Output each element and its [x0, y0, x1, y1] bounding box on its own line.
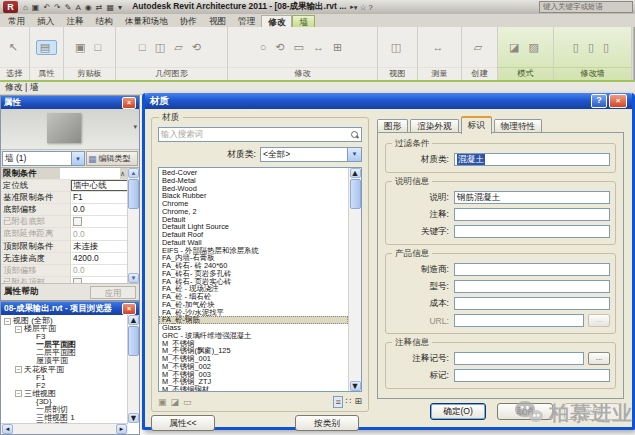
tree-item[interactable]: − 三维视图: [3, 390, 127, 398]
property-row[interactable]: 顶部限制条件 未连接: [1, 241, 128, 253]
tree-item[interactable]: F2: [3, 382, 127, 390]
ribbon-panel[interactable]: ↖ 选择: [0, 27, 30, 80]
property-row[interactable]: 定位线 墙中心线: [1, 180, 128, 192]
tree-item[interactable]: 屋顶平面: [3, 357, 127, 365]
tool-icon[interactable]: ◪ ▨: [509, 41, 542, 54]
property-row[interactable]: 基准限制条件 F1: [1, 192, 128, 204]
field-input[interactable]: [454, 225, 610, 238]
qat-icon[interactable]: ↷: [52, 1, 63, 14]
material-item[interactable]: FA_砼-沙/水泥找平: [159, 309, 348, 317]
scroll-left-icon[interactable]: ◄: [2, 424, 13, 434]
tool-icon[interactable]: ▯ ▯ ▯: [573, 41, 612, 54]
field-input[interactable]: [454, 314, 584, 327]
cancel-button[interactable]: 取消: [497, 403, 553, 420]
material-item[interactable]: FA_砖石- 页岩多孔砖: [159, 270, 348, 278]
property-value[interactable]: 0.0: [71, 265, 128, 276]
properties-toggle-button[interactable]: 属性<<: [151, 415, 215, 431]
material-item[interactable]: Bed-Cover: [159, 169, 348, 177]
ribbon-panel-icons[interactable]: ▣ □: [64, 27, 115, 67]
material-item[interactable]: FA_砖石- 砖 240*60: [159, 262, 348, 270]
property-row[interactable]: 已附着顶部: [1, 277, 128, 283]
tool-icon[interactable]: ▤: [36, 40, 57, 55]
tree-item[interactable]: − 视图 (全部): [3, 317, 127, 325]
qat-icon[interactable]: A: [74, 1, 83, 14]
ribbon-panel[interactable]: ▤ 属性: [30, 27, 64, 80]
property-value[interactable]: 4200.0: [71, 253, 128, 264]
field-input[interactable]: 混凝土: [454, 153, 610, 166]
ribbon-tab[interactable]: 常用: [2, 15, 31, 27]
qat-icon[interactable]: ⌂: [21, 1, 30, 14]
material-item[interactable]: M_不锈钢_002: [159, 363, 348, 371]
material-item[interactable]: Default: [159, 216, 348, 224]
ribbon-panel-icons[interactable]: ○ ⟲ ▭ ↔ ⊞: [228, 27, 377, 67]
close-icon[interactable]: ×: [122, 303, 136, 315]
material-item[interactable]: Glass: [159, 324, 348, 332]
qat-icon[interactable]: ✎: [63, 1, 74, 14]
material-item[interactable]: FA_砼-加气砼块: [159, 301, 348, 309]
scroll-down-icon[interactable]: ▼: [128, 273, 139, 283]
material-item[interactable]: M_不锈钢_003: [159, 371, 348, 379]
dialog-titlebar[interactable]: 材质 ? ×: [145, 93, 632, 109]
close-icon[interactable]: ×: [609, 94, 627, 108]
field-input[interactable]: [454, 297, 610, 310]
material-item[interactable]: FA_砼 - 现场浇注: [159, 285, 348, 293]
material-item[interactable]: M_不锈钢_ZTJ: [159, 378, 348, 386]
ribbon-panel[interactable]: ↔ 测量: [418, 27, 462, 80]
properties-scrollbar[interactable]: ▲ ▼: [127, 168, 139, 283]
scrollbar-thumb[interactable]: [350, 179, 361, 209]
ribbon-panel-icons[interactable]: ↔: [418, 27, 461, 67]
ribbon-panel-icons[interactable]: ◪ ▨: [498, 27, 553, 67]
tool-icon[interactable]: ▱: [474, 41, 485, 54]
project-browser-titlebar[interactable]: 08-成果输出.rvt - 项目浏览器 ×: [1, 302, 139, 315]
chevron-down-icon[interactable]: ▼: [71, 152, 84, 165]
close-icon[interactable]: ×: [122, 97, 136, 109]
field-input[interactable]: [454, 280, 610, 293]
material-item[interactable]: Default Roof: [159, 231, 348, 239]
qat-icon[interactable]: ▣: [30, 1, 42, 14]
qat-icon[interactable]: ↶: [41, 1, 52, 14]
tree-expand-icon[interactable]: −: [4, 318, 11, 325]
ribbon-panel[interactable]: ◪ ▨ 模式: [498, 27, 554, 80]
scroll-right-icon[interactable]: ►: [116, 424, 127, 434]
ok-button[interactable]: 确定(O): [430, 403, 486, 420]
tree-expand-icon[interactable]: −: [15, 326, 22, 333]
material-item[interactable]: Default Light Source: [159, 223, 348, 231]
property-row[interactable]: 无连接高度 4200.0: [1, 253, 128, 265]
property-row[interactable]: 限制条件 ∧: [1, 168, 128, 180]
ribbon-tab[interactable]: 修改: [261, 15, 292, 27]
dialog-tab[interactable]: 图形: [377, 119, 408, 133]
ribbon-panel-icons[interactable]: ◫: [378, 27, 417, 67]
dialog-tab[interactable]: 渲染外观: [410, 119, 458, 133]
qat-icon[interactable]: ▦: [105, 1, 117, 14]
field-input[interactable]: [454, 369, 610, 382]
tree-item[interactable]: − 楼层平面: [3, 325, 127, 333]
chevron-down-icon[interactable]: ▾: [133, 123, 137, 131]
ribbon-tab[interactable]: 协作: [174, 15, 203, 27]
ribbon-panel-icons[interactable]: ▤: [30, 27, 63, 67]
search-icon[interactable]: [350, 130, 359, 139]
tool-icon[interactable]: ↖: [8, 41, 20, 54]
material-item[interactable]: Default Wall: [159, 239, 348, 247]
apply-button[interactable]: 应用: [90, 286, 136, 299]
property-value[interactable]: 0.0: [71, 228, 128, 239]
dialog-tab[interactable]: 标识: [461, 116, 492, 134]
duplicate-icon[interactable]: ▣: [158, 397, 167, 407]
tree-expand-icon[interactable]: −: [15, 366, 22, 373]
material-item[interactable]: FA_砼-钢筋: [159, 316, 348, 324]
tree-item[interactable]: F1: [3, 374, 127, 382]
property-row[interactable]: 顶部偏移 0.0: [1, 265, 128, 277]
browse-button[interactable]: ...: [588, 352, 610, 365]
scroll-up-icon[interactable]: ▲: [128, 315, 139, 325]
revit-logo-icon[interactable]: R: [3, 1, 18, 13]
checkbox[interactable]: [73, 217, 82, 226]
property-row[interactable]: 底部延伸距离 0.0: [1, 228, 128, 240]
ribbon-panel[interactable]: □ ◫ ▱ ⟲ 几何图形: [116, 27, 228, 80]
ribbon-panel-icons[interactable]: ↖: [0, 27, 29, 67]
infocenter-icons[interactable]: ▾ ☆ ?: [354, 3, 373, 12]
properties-titlebar[interactable]: 属性 ×: [1, 96, 139, 109]
material-item[interactable]: Chrome, 2: [159, 208, 348, 216]
material-list-scrollbar[interactable]: ▲ ▼: [348, 168, 361, 391]
scroll-down-icon[interactable]: ▼: [350, 381, 361, 391]
property-value[interactable]: 墙中心线: [71, 180, 128, 191]
material-item[interactable]: FA_内墙-石膏板: [159, 254, 348, 262]
